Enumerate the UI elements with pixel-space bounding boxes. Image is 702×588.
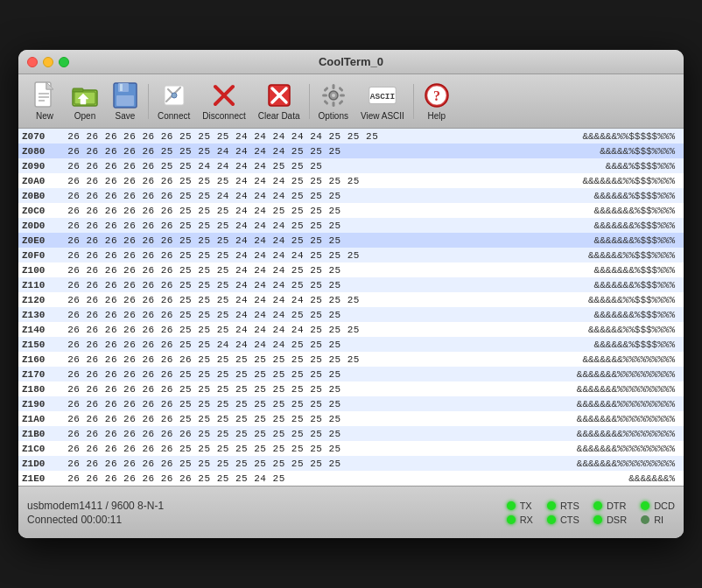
table-row: Z0B0 26 26 26 26 26 26 25 25 24 24 24 24…: [18, 188, 684, 203]
rts-cts-group: RTS CTS: [547, 500, 579, 525]
new-icon: [31, 81, 59, 109]
row-hex: 26 26 26 26 26 26 25 25 25 25 25 25 25 2…: [55, 384, 540, 395]
row-hex: 26 26 26 26 26 26 25 25 24 24 24 24 25 2…: [55, 340, 540, 350]
table-row: Z0E0 26 26 26 26 26 26 25 25 25 24 24 24…: [18, 233, 684, 248]
row-ascii: &&&&&&&%$$%%%%: [540, 206, 680, 216]
row-hex: 26 26 26 26 26 26 25 25 25 24 24 24 25 2…: [55, 220, 540, 231]
row-ascii: &&&&&&&%%%%%%%%%%: [540, 444, 680, 454]
row-address: Z0A0: [22, 176, 55, 186]
connected-time: Connected 00:00:11: [27, 514, 164, 526]
row-address: Z1D0: [22, 458, 55, 469]
tx-indicator: TX: [507, 500, 533, 511]
ri-led: [641, 515, 649, 524]
row-hex: 26 26 26 26 26 26 25 25 25 24 24 24 25 2…: [55, 176, 540, 186]
disconnect-button[interactable]: Disconnect: [197, 78, 250, 124]
help-icon: ?: [423, 81, 451, 109]
row-hex: 26 26 26 26 26 26 25 25 25 24 24 24 25 2…: [55, 265, 540, 276]
row-hex: 26 26 26 26 26 26 25 25 25 25 25 25 25 2…: [55, 369, 540, 380]
clear-data-button[interactable]: Clear Data: [253, 78, 305, 124]
row-address: Z0D0: [22, 220, 55, 231]
row-ascii: &&&&&&&%$$$%%%: [540, 280, 680, 290]
row-hex: 26 26 26 26 26 26 25 25 25 24 24 24 24 2…: [55, 250, 540, 261]
help-label: Help: [428, 111, 446, 121]
svg-rect-23: [322, 94, 327, 97]
row-ascii: &&&&&&%%$$$%%%%: [540, 325, 680, 335]
table-row: Z0D0 26 26 26 26 26 26 25 25 25 24 24 24…: [18, 218, 684, 233]
tx-label: TX: [520, 500, 532, 511]
row-ascii: &&&&%$$$$%%%: [540, 161, 680, 172]
row-hex: 26 26 26 26 26 26 25 25 25 24 24 24 24 2…: [55, 325, 540, 335]
table-row: Z170 26 26 26 26 26 26 25 25 25 25 25 25…: [18, 367, 684, 382]
row-address: Z090: [22, 161, 55, 172]
open-icon: [71, 81, 99, 109]
table-row: Z070 26 26 26 26 26 26 25 25 25 24 24 24…: [18, 129, 684, 144]
row-address: Z1E0: [22, 473, 55, 484]
row-address: Z160: [22, 354, 55, 365]
dtr-indicator: DTR: [593, 500, 627, 511]
tx-rx-group: TX RX: [507, 500, 533, 525]
svg-point-20: [332, 94, 335, 97]
row-ascii: &&&&&&%$$$$%%%: [540, 191, 680, 201]
row-ascii: &&&&&&&%%$$$%%%%: [540, 176, 680, 186]
row-hex: 26 26 26 26 26 26 25 25 25 24 24 24 25 2…: [55, 280, 540, 290]
save-icon: [111, 81, 139, 109]
row-ascii: &&&&&&%%$$$%%%%: [540, 295, 680, 305]
table-row: Z100 26 26 26 26 26 26 25 25 25 24 24 24…: [18, 262, 684, 277]
table-row: Z090 26 26 26 26 26 25 25 24 24 24 24 25…: [18, 158, 684, 173]
rts-indicator: RTS: [547, 500, 579, 511]
row-address: Z140: [22, 325, 55, 335]
row-ascii: &&&&&&%$$$$%%%: [540, 340, 680, 350]
dcd-ri-group: DCD RI: [641, 500, 675, 525]
row-hex: 26 26 26 26 26 26 25 25 24 24 24 24 25 2…: [55, 191, 540, 201]
row-hex: 26 26 26 26 26 26 25 25 25 25 25 25 25 2…: [55, 414, 540, 424]
row-ascii: &&&&&&&%: [540, 473, 680, 484]
table-row: Z080 26 26 26 26 26 25 25 25 24 24 24 24…: [18, 144, 684, 158]
dsr-indicator: DSR: [593, 514, 627, 525]
row-address: Z0F0: [22, 250, 55, 261]
table-row: Z150 26 26 26 26 26 26 25 25 24 24 24 24…: [18, 337, 684, 352]
disconnect-label: Disconnect: [202, 111, 245, 121]
row-address: Z0C0: [22, 206, 55, 216]
row-hex: 26 26 26 26 26 26 25 25 25 24 24 24 24 2…: [55, 131, 540, 142]
dtr-dsr-group: DTR DSR: [593, 500, 627, 525]
row-hex: 26 26 26 26 26 26 25 25 25 25 25 25 25 2…: [55, 444, 540, 454]
table-row: Z120 26 26 26 26 26 26 25 25 25 24 24 24…: [18, 292, 684, 307]
minimize-button[interactable]: [43, 57, 53, 67]
row-address: Z1B0: [22, 429, 55, 439]
disconnect-icon: [210, 81, 238, 109]
row-address: Z070: [22, 131, 55, 142]
table-row: Z130 26 26 26 26 26 26 25 25 25 24 24 24…: [18, 307, 684, 322]
view-ascii-button[interactable]: ASCII View ASCII: [355, 78, 410, 124]
save-button[interactable]: Save: [106, 78, 144, 124]
maximize-button[interactable]: [59, 57, 69, 67]
svg-rect-24: [340, 94, 345, 97]
toolbar: New Open: [18, 74, 684, 129]
row-ascii: &&&&&&%%$$$%%%%: [540, 250, 680, 261]
ri-label: RI: [654, 514, 663, 525]
table-row: Z160 26 26 26 26 26 26 26 25 25 25 25 25…: [18, 352, 684, 367]
close-button[interactable]: [27, 57, 38, 67]
svg-rect-25: [323, 87, 328, 92]
open-button[interactable]: Open: [66, 78, 104, 124]
new-button[interactable]: New: [25, 78, 64, 124]
row-ascii: &&&&&&&%%%%%%%%%%: [540, 399, 680, 410]
open-label: Open: [74, 111, 95, 121]
svg-rect-27: [323, 100, 328, 105]
dsr-label: DSR: [607, 514, 627, 525]
row-address: Z110: [22, 280, 55, 290]
row-ascii: &&&&&&%%$$$$$%%%: [540, 131, 680, 142]
help-button[interactable]: ? Help: [418, 78, 456, 124]
row-hex: 26 26 26 26 26 26 25 25 25 24 24 24 25 2…: [55, 310, 540, 320]
table-row: Z140 26 26 26 26 26 26 25 25 25 24 24 24…: [18, 322, 684, 337]
data-display: Z070 26 26 26 26 26 26 25 25 25 24 24 24…: [18, 129, 684, 486]
table-row: Z190 26 26 26 26 26 26 25 25 25 25 25 25…: [18, 396, 684, 411]
svg-rect-26: [338, 87, 343, 92]
row-ascii: &&&&&%$$$%%%%: [540, 146, 680, 157]
row-hex: 26 26 26 26 26 26 26 25 25 25 24 25: [55, 473, 540, 484]
cts-led: [547, 515, 556, 524]
options-button[interactable]: Options: [313, 78, 354, 124]
connect-button[interactable]: Connect: [152, 78, 195, 124]
row-hex: 26 26 26 26 26 25 25 24 24 24 24 25 25 2…: [55, 161, 540, 172]
separator-3: [413, 84, 414, 119]
svg-rect-10: [120, 84, 123, 91]
